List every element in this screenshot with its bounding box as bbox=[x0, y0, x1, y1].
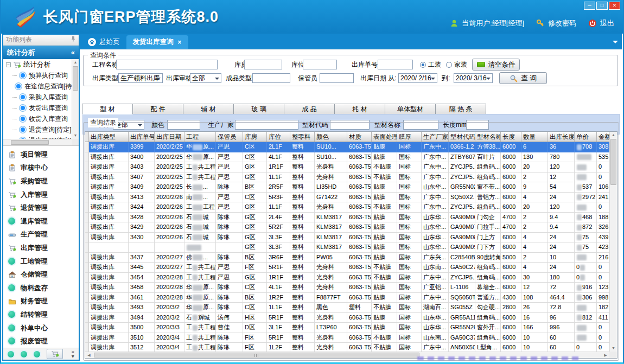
tree-horizontal-scrollbar[interactable] bbox=[3, 139, 72, 145]
table-row[interactable]: 调拨出库33992020/2/25华原...严思C区2L1F整料SU10...6… bbox=[85, 142, 609, 152]
row-header[interactable] bbox=[85, 313, 89, 323]
scroll-up-icon[interactable]: ▲ bbox=[610, 132, 617, 138]
tab-list-caret-icon[interactable] bbox=[613, 41, 618, 46]
material-tab-辅材[interactable]: 辅 材 bbox=[183, 104, 234, 114]
sidebar-item-出库管理[interactable]: 出库管理 bbox=[3, 241, 79, 255]
tab-起始页[interactable]: 起始页 bbox=[81, 35, 126, 49]
table-row[interactable]: 调拨出库34582020/2/28华原...陈琳C区4L1F整料光身料6063-… bbox=[85, 283, 609, 293]
product-type-input[interactable] bbox=[252, 73, 290, 83]
column-header-膜厚[interactable]: 膜厚 bbox=[397, 132, 422, 142]
table-row[interactable]: G区3L3F整料KLM38176063-T5贴膜国标山东华...GA90M09.… bbox=[85, 242, 609, 253]
logout-link[interactable]: 退出 bbox=[600, 18, 614, 28]
row-header[interactable] bbox=[85, 162, 89, 173]
column-header-出库单号[interactable]: 出库单号 bbox=[129, 132, 155, 142]
column-header-出库日期[interactable]: 出库日期 bbox=[155, 132, 184, 142]
row-header[interactable] bbox=[85, 343, 89, 352]
tree-vertical-scrollbar[interactable]: ▲ ▼ bbox=[72, 59, 79, 139]
column-header-表面处理[interactable]: 表面处理 bbox=[372, 132, 397, 142]
table-row[interactable]: 调拨出库35122020/3/4工共工程陈琳F区1L2F整料光身料6063-T5… bbox=[85, 343, 609, 352]
collapse-icon[interactable]: « bbox=[71, 46, 75, 59]
tab-close-icon[interactable]: × bbox=[178, 39, 182, 46]
radio-selected-icon[interactable] bbox=[420, 62, 426, 68]
table-row[interactable]: 调拨出库34072020/2/25工共工程严思G区1L1F整料光身料6063-T… bbox=[85, 173, 609, 183]
more-buttons-chevron[interactable]: »▾ bbox=[71, 350, 74, 359]
table-row[interactable]: 调拨出库34942020/3/2石辉城汤伟H区5R1F整料光身料6063-T5贴… bbox=[85, 313, 609, 323]
sidebar-item-退库管理[interactable]: 退库管理 bbox=[3, 215, 79, 228]
tab-发货出库查询[interactable]: 发货出库查询× bbox=[126, 35, 188, 49]
project-name-input[interactable] bbox=[116, 60, 218, 69]
sidebar-item-入库管理[interactable]: 入库管理 bbox=[3, 188, 79, 202]
row-header[interactable] bbox=[85, 193, 89, 203]
material-tab-型材[interactable]: 型 材 bbox=[82, 104, 133, 114]
scroll-down-icon[interactable]: ▼ bbox=[72, 132, 79, 139]
row-header[interactable] bbox=[85, 253, 89, 263]
material-tab-单体型材[interactable]: 单体型材 bbox=[385, 104, 436, 114]
table-row[interactable]: 调拨出库34932020/3/2华原...陈琳C区1L1F整料黑色塑料不贴膜国标… bbox=[85, 303, 609, 313]
row-header[interactable] bbox=[85, 283, 89, 293]
minimize-button[interactable]: ─ bbox=[584, 2, 595, 10]
table-row[interactable]: 调拨出库34002020/2/25华原...严思C区4L1F整料SU10...6… bbox=[85, 152, 609, 163]
change-password-link[interactable]: 修改密码 bbox=[548, 18, 576, 28]
sidebar-item-补单中心[interactable]: 补单中心 bbox=[3, 322, 79, 335]
row-header[interactable] bbox=[85, 222, 89, 233]
sidebar-item-生产管理[interactable]: 生产管理 bbox=[3, 228, 79, 242]
column-header-颜色[interactable]: 颜色 bbox=[315, 132, 347, 142]
sidebar-item-财务管理[interactable]: 财务管理 bbox=[3, 295, 79, 309]
material-tab-隔热条[interactable]: 隔 热 条 bbox=[435, 104, 486, 114]
column-header-出库长度[interactable]: 出库长度 bbox=[548, 132, 575, 142]
table-row[interactable]: 调拨出库34612020/2/28华原...陈琳B区1R2F整料F8877FT6… bbox=[85, 293, 609, 303]
sidebar-item-审核中心[interactable]: 审核中心 bbox=[3, 162, 79, 175]
column-header-型材名称[interactable]: 型材名称 bbox=[475, 132, 501, 142]
sidebar-tree-item[interactable]: 退库管理[待定] bbox=[3, 135, 72, 139]
sidebar-tree-item[interactable]: 采购入库查询 bbox=[3, 92, 72, 103]
sidebar-item-退货管理[interactable]: 退货管理 bbox=[3, 201, 79, 215]
pin-icon[interactable] bbox=[71, 35, 76, 45]
scroll-down-icon[interactable]: ▼ bbox=[610, 345, 617, 352]
scroll-up-icon[interactable]: ▲ bbox=[72, 59, 79, 66]
column-header-型材代码[interactable]: 型材代码 bbox=[449, 132, 475, 142]
sidebar-item-结转管理[interactable]: 结转管理 bbox=[3, 308, 79, 322]
table-row[interactable]: 调拨出库34302020/2/26石城陈琳G区3L3F整料KLM38176063… bbox=[85, 233, 609, 243]
row-header[interactable] bbox=[85, 293, 89, 303]
sidebar-item-工地管理[interactable]: 工地管理 bbox=[3, 255, 79, 269]
sidebar-tree-item[interactable]: 发货出库查询 bbox=[3, 103, 72, 113]
tree-expander-icon[interactable]: − bbox=[6, 62, 11, 67]
row-header[interactable] bbox=[85, 273, 89, 283]
scroll-left-icon[interactable]: ◀ bbox=[85, 352, 93, 359]
table-row[interactable]: 调拨出库34452020/2/27工共工程严思F区5R1F整料光身料6063-T… bbox=[85, 263, 609, 273]
row-header[interactable] bbox=[85, 142, 89, 152]
sidebar-item-仓储管理[interactable]: 仓储管理 bbox=[3, 268, 79, 282]
table-row[interactable]: 调拨出库34032020/2/25工共工程严思G区1R1F整料光身料6063-T… bbox=[85, 162, 609, 173]
date-to-picker[interactable]: 2020/ 3/16 bbox=[454, 73, 493, 83]
column-header-出库类型[interactable]: 出库类型 bbox=[89, 132, 129, 142]
keeper-input[interactable] bbox=[320, 73, 354, 83]
sidebar-item-采购管理[interactable]: 采购管理 bbox=[3, 175, 79, 188]
radio-gongzhuang[interactable]: 工装 bbox=[420, 60, 441, 69]
scroll-right-icon[interactable]: ▶ bbox=[602, 352, 609, 359]
circle-icon[interactable] bbox=[8, 351, 14, 357]
row-header[interactable] bbox=[85, 202, 89, 213]
radio-jiazhuang[interactable]: 家装 bbox=[446, 60, 467, 69]
column-header-工程[interactable]: 工程 bbox=[184, 132, 216, 142]
close-button[interactable]: ✕ bbox=[609, 2, 620, 10]
column-header-库房[interactable]: 库房 bbox=[243, 132, 267, 142]
table-row[interactable]: 调拨出库34292020/2/26石城陈琳G区5R2F整料KLM38176063… bbox=[85, 222, 609, 233]
sidebar-item-项目管理[interactable]: 项目管理 bbox=[3, 148, 79, 162]
grid-vertical-scrollbar[interactable]: ▲ ▼ bbox=[609, 132, 617, 352]
sidebar-item-报废管理[interactable]: 报废管理 bbox=[3, 335, 79, 348]
row-header[interactable] bbox=[85, 323, 89, 333]
table-row[interactable]: 调拨出库34372020/2/27佛...陈琳B区3R6F整料PW056063-… bbox=[85, 253, 609, 263]
sidebar-group-header[interactable]: 统计分析 « bbox=[3, 46, 79, 59]
table-row[interactable]: 调拨出库34132020/2/26南...严思C区5R3F整料G71422606… bbox=[85, 193, 609, 203]
column-header-材质[interactable]: 材质 bbox=[347, 132, 372, 142]
row-header[interactable] bbox=[85, 182, 89, 193]
row-header[interactable] bbox=[85, 303, 89, 313]
material-tab-成品[interactable]: 成 品 bbox=[284, 104, 335, 114]
row-header[interactable] bbox=[85, 152, 89, 163]
order-no-input[interactable] bbox=[378, 60, 413, 69]
material-tab-玻璃[interactable]: 玻 璃 bbox=[233, 104, 284, 114]
material-tab-耗材[interactable]: 耗 材 bbox=[334, 104, 385, 114]
column-header-生产厂家[interactable]: 生产厂家 bbox=[422, 132, 449, 142]
column-header-单价[interactable]: 单价 bbox=[575, 132, 597, 142]
search-button[interactable]: 查 询 bbox=[499, 72, 547, 84]
